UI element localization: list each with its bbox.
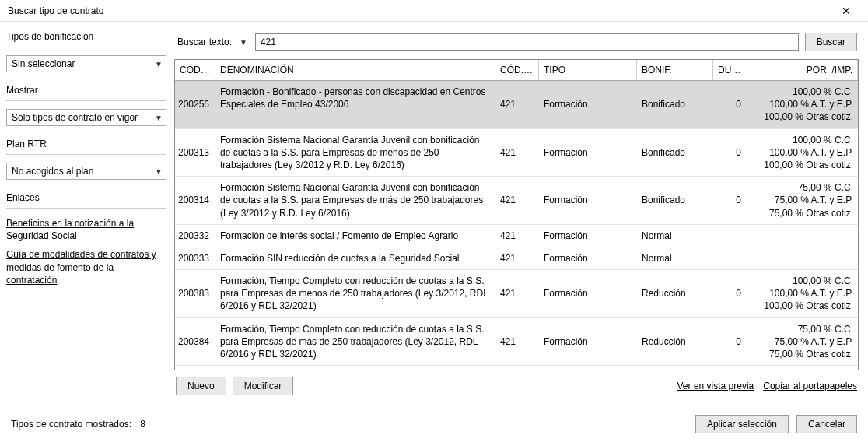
cell-tipo: Formación bbox=[539, 225, 637, 247]
cell-denom: Formación de interés social / Fomento de… bbox=[215, 225, 495, 247]
chevron-down-icon: ▼ bbox=[155, 114, 163, 122]
cell-denom: Formación SIN reducción de cuotas a la S… bbox=[215, 247, 495, 269]
link-copiar[interactable]: Copiar al portapapeles bbox=[763, 381, 857, 391]
cell-codigo: 200384 bbox=[175, 318, 215, 366]
cell-dur: 0 bbox=[713, 270, 747, 317]
cell-por: 75,00 % C.C. 75,00 % A.T. y E.P. 75,00 %… bbox=[747, 177, 858, 224]
col-tipo[interactable]: TIPO bbox=[539, 60, 637, 80]
cell-codigo: 200333 bbox=[175, 247, 215, 269]
cell-codigo: 200313 bbox=[175, 129, 215, 177]
cell-por: 75,00 % C.C. 75,00 % A.T. y E.P. 75,00 %… bbox=[747, 318, 858, 366]
cell-dur: 0 bbox=[713, 318, 747, 366]
close-icon[interactable]: ✕ bbox=[831, 5, 862, 17]
plan-rtr-label: Plan RTR bbox=[6, 139, 166, 149]
col-bonif[interactable]: BONIF. bbox=[637, 60, 713, 80]
aplicar-button[interactable]: Aplicar selección bbox=[695, 415, 789, 433]
link-guia[interactable]: Guía de modalidades de contratos y medid… bbox=[6, 248, 166, 286]
cancelar-button[interactable]: Cancelar bbox=[796, 415, 857, 433]
cell-bonif: Bonificado bbox=[637, 81, 713, 128]
results-table: CÓDI... DENOMINACIÓN CÓD.O... TIPO BONIF… bbox=[174, 59, 859, 370]
cell-denom: Formación - Bonificado - personas con di… bbox=[215, 81, 495, 128]
footer: Tipos de contrato mostrados: 8 Aplicar s… bbox=[0, 405, 868, 442]
chevron-down-icon: ▼ bbox=[155, 167, 163, 176]
table-row[interactable]: 200313Formación Sistema Nacional Garantí… bbox=[175, 129, 858, 177]
cell-por: 100,00 % C.C. 100,00 % A.T. y E.P. 100,0… bbox=[747, 129, 858, 177]
divider bbox=[6, 208, 166, 209]
table-row[interactable]: 200333Formación SIN reducción de cuotas … bbox=[175, 247, 858, 270]
table-row[interactable]: 200383Formación, Tiempo Completo con red… bbox=[175, 270, 858, 318]
table-actions: Nuevo Modificar Ver en vista previa Copi… bbox=[174, 370, 859, 398]
cell-bonif: Reducción bbox=[637, 318, 713, 366]
modificar-button[interactable]: Modificar bbox=[233, 377, 294, 395]
table-row[interactable]: 200314Formación Sistema Nacional Garantí… bbox=[175, 177, 858, 225]
cell-dur bbox=[713, 225, 747, 247]
cell-bonif: Normal bbox=[637, 247, 713, 269]
col-por[interactable]: POR. /IMP. bbox=[747, 60, 858, 80]
divider bbox=[6, 47, 166, 47]
search-label: Buscar texto: bbox=[177, 37, 232, 47]
search-mode-dropdown[interactable]: ▼ bbox=[238, 38, 249, 47]
cell-codigo: 200256 bbox=[175, 81, 215, 128]
cell-codo bbox=[495, 366, 539, 370]
cell-dur: 0 bbox=[713, 129, 747, 177]
cell-denom: Formación, Tiempo Completo con reducción… bbox=[215, 318, 495, 366]
status-count: 8 bbox=[140, 419, 145, 430]
cell-dur: 0 bbox=[713, 177, 747, 224]
table-row[interactable]: 200332Formación de interés social / Fome… bbox=[175, 225, 858, 247]
link-vista-previa[interactable]: Ver en vista previa bbox=[677, 381, 754, 391]
cell-tipo: Formación bbox=[539, 270, 637, 317]
cell-dur bbox=[713, 366, 747, 370]
cell-codo: 421 bbox=[495, 129, 539, 177]
plan-rtr-select[interactable]: No acogidos al plan ▼ bbox=[6, 163, 166, 180]
col-codo[interactable]: CÓD.O... bbox=[495, 60, 539, 80]
table-row[interactable]: 200384Formación, Tiempo Completo con red… bbox=[175, 318, 858, 367]
table-row[interactable]: Temporal, Tiempo Completo - Bonificado -… bbox=[175, 366, 858, 370]
nuevo-button[interactable]: Nuevo bbox=[176, 377, 226, 395]
cell-codo: 421 bbox=[495, 81, 539, 128]
cell-dur: 0 bbox=[713, 81, 747, 128]
col-denom[interactable]: DENOMINACIÓN bbox=[215, 60, 495, 80]
status-label: Tipos de contrato mostrados: bbox=[11, 419, 131, 430]
main-panel: Buscar texto: ▼ Buscar CÓDI... DENOMINAC… bbox=[173, 22, 868, 405]
cell-por bbox=[747, 366, 858, 370]
cell-dur bbox=[713, 247, 747, 269]
cell-tipo bbox=[539, 366, 637, 370]
window-title: Buscar tipo de contrato bbox=[8, 5, 103, 16]
tipos-bonif-value: Sin seleccionar bbox=[12, 58, 75, 69]
enlaces-label: Enlaces bbox=[6, 192, 166, 203]
cell-codo: 421 bbox=[495, 247, 539, 269]
chevron-down-icon: ▼ bbox=[155, 60, 163, 68]
cell-tipo: Formación bbox=[539, 247, 637, 269]
table-header: CÓDI... DENOMINACIÓN CÓD.O... TIPO BONIF… bbox=[175, 60, 858, 81]
mostrar-value: Sólo tipos de contrato en vigor bbox=[12, 112, 138, 123]
cell-codigo bbox=[175, 366, 215, 370]
cell-codo: 421 bbox=[495, 318, 539, 366]
cell-codo: 421 bbox=[495, 225, 539, 247]
cell-tipo: Formación bbox=[539, 81, 637, 128]
cell-codigo: 200383 bbox=[175, 270, 215, 317]
cell-bonif: Normal bbox=[637, 225, 713, 247]
cell-denom: Formación Sistema Nacional Garantía Juve… bbox=[215, 129, 495, 177]
tipos-bonif-label: Tipos de bonificación bbox=[6, 31, 166, 42]
cell-codo: 421 bbox=[495, 270, 539, 317]
cell-bonif: Bonificado bbox=[637, 129, 713, 177]
table-body[interactable]: 200256Formación - Bonificado - personas … bbox=[175, 81, 858, 370]
link-beneficios[interactable]: Beneficios en la cotización a la Segurid… bbox=[6, 217, 166, 242]
cell-bonif: Bonificado bbox=[637, 177, 713, 224]
col-dur[interactable]: DUR.(M... bbox=[713, 60, 747, 80]
tipos-bonif-select[interactable]: Sin seleccionar ▼ bbox=[6, 55, 166, 72]
sidebar: Tipos de bonificación Sin seleccionar ▼ … bbox=[0, 22, 173, 405]
search-input[interactable] bbox=[255, 33, 799, 51]
cell-denom: Formación Sistema Nacional Garantía Juve… bbox=[215, 177, 495, 224]
search-button[interactable]: Buscar bbox=[805, 33, 857, 51]
mostrar-select[interactable]: Sólo tipos de contrato en vigor ▼ bbox=[6, 109, 166, 126]
table-row[interactable]: 200256Formación - Bonificado - personas … bbox=[175, 81, 858, 129]
cell-por bbox=[747, 225, 858, 247]
cell-tipo: Formación bbox=[539, 318, 637, 366]
col-codigo[interactable]: CÓDI... bbox=[175, 60, 215, 80]
cell-bonif: Reducción bbox=[637, 270, 713, 317]
cell-tipo: Formación bbox=[539, 177, 637, 224]
cell-tipo: Formación bbox=[539, 129, 637, 177]
search-row: Buscar texto: ▼ Buscar bbox=[174, 28, 859, 59]
plan-rtr-value: No acogidos al plan bbox=[12, 166, 93, 177]
